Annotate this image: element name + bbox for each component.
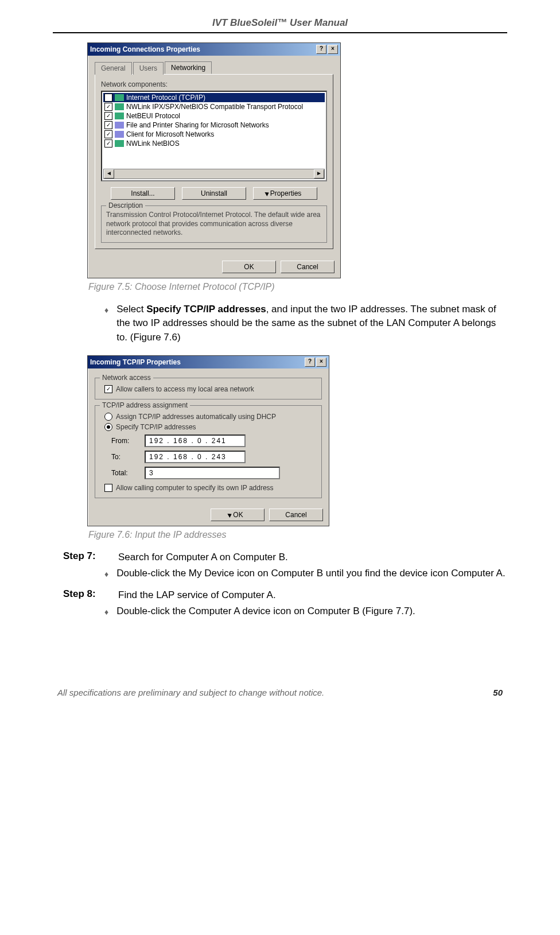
- list-item[interactable]: ✓ Client for Microsoft Networks: [103, 130, 325, 139]
- network-access-group: Network access ✓ Allow callers to access…: [95, 378, 322, 399]
- list-item[interactable]: ✓ NWLink IPX/SPX/NetBIOS Compatible Tran…: [103, 102, 325, 111]
- description-group: Description Transmission Control Protoco…: [101, 205, 327, 243]
- checkbox-icon[interactable]: ✓: [104, 121, 112, 129]
- cancel-button[interactable]: Cancel: [281, 261, 335, 273]
- list-item[interactable]: ✓ NWLink NetBIOS: [103, 139, 325, 148]
- description-label: Description: [106, 201, 145, 209]
- allow-lan-checkbox[interactable]: ✓: [104, 385, 112, 393]
- list-item[interactable]: ✓ Internet Protocol (TCP/IP): [103, 93, 325, 102]
- tab-general[interactable]: General: [95, 62, 132, 75]
- close-button[interactable]: ×: [328, 45, 338, 54]
- checkbox-icon[interactable]: ✓: [104, 94, 112, 102]
- step7-text: Search for Computer A on Computer B.: [118, 550, 288, 564]
- bullet-icon: ♦: [104, 604, 108, 619]
- service-icon: [115, 122, 124, 129]
- doc-title: IVT BlueSoleil™ User Manual: [53, 17, 507, 29]
- service-icon: [115, 131, 124, 138]
- allow-own-ip-label: Allow calling computer to specify its ow…: [116, 484, 274, 492]
- tab-networking[interactable]: Networking: [165, 61, 212, 74]
- to-label: To:: [111, 453, 137, 461]
- figure-caption: Figure 7.6: Input the IP addresses: [88, 530, 507, 540]
- close-button[interactable]: ×: [316, 358, 326, 367]
- description-text: Transmission Control Protocol/Internet P…: [106, 211, 322, 238]
- tab-bar: General Users Networking: [95, 61, 333, 75]
- cancel-button[interactable]: Cancel: [269, 509, 323, 521]
- figure-caption: Figure 7.5: Choose Internet Protocol (TC…: [88, 282, 507, 292]
- item-label: File and Printer Sharing for Microsoft N…: [126, 121, 269, 129]
- radio-specify[interactable]: [104, 423, 112, 431]
- list-item[interactable]: ✓ File and Printer Sharing for Microsoft…: [103, 121, 325, 130]
- protocol-icon: [115, 94, 124, 101]
- to-ip-input[interactable]: 192 . 168 . 0 . 243: [145, 451, 246, 463]
- allow-own-ip-checkbox[interactable]: [104, 484, 112, 492]
- allow-lan-label: Allow callers to access my local area ne…: [116, 385, 254, 393]
- dialog-connections-properties: Incoming Connections Properties ? × Gene…: [87, 42, 341, 278]
- ok-button[interactable]: OK: [222, 261, 276, 273]
- components-label: Network components:: [101, 80, 327, 88]
- item-label: NetBEUI Protocol: [126, 112, 180, 120]
- checkbox-icon[interactable]: ✓: [104, 103, 112, 111]
- tcpip-assignment-group: TCP/IP address assignment Assign TCP/IP …: [95, 405, 322, 498]
- total-field: 3: [145, 467, 280, 479]
- tab-users[interactable]: Users: [133, 62, 164, 75]
- radio-dhcp[interactable]: [104, 413, 112, 421]
- radio-specify-label: Specify TCP/IP addresses: [116, 423, 196, 431]
- radio-dhcp-label: Assign TCP/IP addresses automatically us…: [116, 413, 276, 421]
- protocol-icon: [115, 103, 124, 110]
- list-item[interactable]: ✓ NetBEUI Protocol: [103, 111, 325, 121]
- scroll-left-button[interactable]: ◄: [104, 169, 114, 179]
- from-ip-input[interactable]: 192 . 168 . 0 . 241: [145, 434, 246, 447]
- bullet-icon: ♦: [104, 302, 108, 345]
- ok-button[interactable]: OK: [211, 509, 265, 521]
- group-label: TCP/IP address assignment: [100, 401, 190, 409]
- item-label: Internet Protocol (TCP/IP): [126, 94, 205, 102]
- titlebar: Incoming TCP/IP Properties ? ×: [88, 356, 329, 368]
- protocol-icon: [115, 112, 124, 119]
- step7-bullet: Double-click the My Device icon on Compu…: [116, 567, 505, 581]
- page-number: 50: [493, 688, 503, 697]
- window-title: Incoming Connections Properties: [90, 45, 200, 53]
- components-listbox[interactable]: ✓ Internet Protocol (TCP/IP) ✓ NWLink IP…: [101, 91, 327, 181]
- install-button[interactable]: Install...: [111, 187, 175, 200]
- from-label: From:: [111, 437, 137, 445]
- help-button[interactable]: ?: [316, 45, 326, 54]
- bullet-icon: ♦: [104, 567, 108, 581]
- total-label: Total:: [111, 469, 137, 477]
- window-title: Incoming TCP/IP Properties: [90, 358, 181, 366]
- footer-text: All specifications are preliminary and s…: [57, 688, 324, 697]
- cursor-icon: [265, 191, 270, 196]
- checkbox-icon[interactable]: ✓: [104, 112, 112, 120]
- step8-bullet: Double-click the Computer A device icon …: [116, 604, 415, 619]
- item-label: NWLink IPX/SPX/NetBIOS Compatible Transp…: [126, 103, 303, 111]
- uninstall-button[interactable]: Uninstall: [182, 187, 246, 200]
- properties-button[interactable]: Properties: [253, 187, 317, 200]
- cursor-icon: [228, 512, 233, 518]
- scroll-right-button[interactable]: ►: [314, 169, 324, 179]
- checkbox-icon[interactable]: ✓: [104, 130, 112, 138]
- checkbox-icon[interactable]: ✓: [104, 139, 112, 148]
- titlebar: Incoming Connections Properties ? ×: [88, 43, 340, 56]
- step7-label: Step 7:: [63, 550, 108, 564]
- scrollbar[interactable]: ◄ ►: [103, 169, 325, 179]
- item-label: Client for Microsoft Networks: [126, 130, 214, 138]
- group-label: Network access: [100, 374, 153, 382]
- help-button[interactable]: ?: [305, 358, 315, 367]
- dialog-tcpip-properties: Incoming TCP/IP Properties ? × Network a…: [87, 355, 329, 526]
- item-label: NWLink NetBIOS: [126, 139, 180, 148]
- step8-text: Find the LAP service of Computer A.: [118, 588, 276, 602]
- header-rule: [53, 32, 507, 33]
- step8-label: Step 8:: [63, 588, 108, 602]
- protocol-icon: [115, 140, 124, 147]
- bullet-text: Select Specify TCP/IP addresses, and inp…: [116, 302, 507, 345]
